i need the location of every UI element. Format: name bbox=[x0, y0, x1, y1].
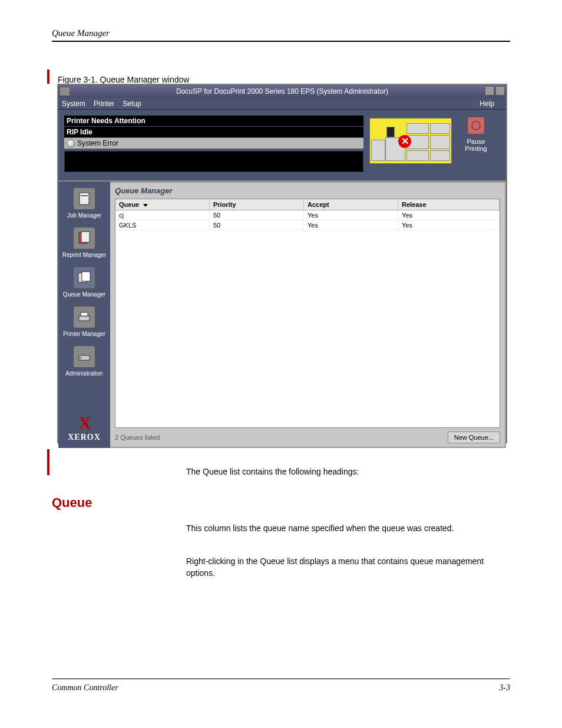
titlebar[interactable]: DocuSP for DocuPrint 2000 Series 180 EPS… bbox=[58, 85, 506, 98]
sidebar-item-printer-manager[interactable]: Printer Manager bbox=[61, 306, 108, 337]
sidebar-item-administration[interactable]: Administration bbox=[61, 345, 108, 377]
cell-queue: cj bbox=[115, 210, 210, 220]
table-header-row: Queue Priority Accept Release bbox=[115, 199, 500, 210]
cell-release: Yes bbox=[398, 220, 500, 230]
status-system-error-label: System Error bbox=[77, 139, 118, 147]
cell-queue: GKLS bbox=[115, 220, 210, 230]
sidebar-item-queue-manager[interactable]: Queue Manager bbox=[61, 266, 108, 298]
sidebar-label-admin: Administration bbox=[65, 370, 103, 377]
status-message-area bbox=[64, 151, 363, 172]
menu-system[interactable]: System bbox=[62, 100, 85, 108]
reprint-manager-icon bbox=[73, 227, 95, 249]
window-title: DocuSP for DocuPrint 2000 Series 180 EPS… bbox=[58, 87, 506, 95]
queue-count: 2 Queues listed bbox=[115, 434, 448, 441]
sidebar-item-reprint-manager[interactable]: Reprint Manager bbox=[61, 227, 108, 258]
cell-priority: 50 bbox=[210, 220, 304, 230]
maximize-icon[interactable] bbox=[495, 86, 505, 95]
table-row[interactable]: GKLS 50 Yes Yes bbox=[115, 220, 500, 230]
menubar: System Printer Setup Help bbox=[58, 98, 506, 110]
cell-priority: 50 bbox=[210, 210, 304, 220]
disc-icon bbox=[67, 139, 75, 147]
cell-accept: Yes bbox=[304, 220, 398, 230]
col-header-release[interactable]: Release bbox=[398, 199, 500, 210]
body-paragraph: The Queue list contains the following he… bbox=[186, 466, 492, 477]
sidebar-item-job-manager[interactable]: Job Manager bbox=[61, 187, 108, 219]
svg-rect-7 bbox=[81, 312, 88, 316]
queue-manager-icon bbox=[73, 266, 95, 289]
printer-error-icon: ✕ bbox=[398, 135, 411, 148]
footer-page-number: 3-3 bbox=[499, 683, 510, 693]
xerox-x-icon: X bbox=[68, 413, 101, 433]
svg-rect-5 bbox=[82, 272, 90, 281]
body-paragraph: This column lists the queue name specifi… bbox=[186, 522, 492, 534]
body-paragraph: Right-clicking in the Queue list display… bbox=[186, 555, 492, 579]
printer-mimic[interactable]: ✕ bbox=[369, 118, 452, 164]
printer-manager-icon bbox=[73, 306, 95, 328]
sort-arrow-icon bbox=[143, 204, 148, 207]
page-footer: Common Controller 3-3 bbox=[52, 678, 510, 693]
svg-rect-1 bbox=[81, 195, 88, 196]
footer-title: Common Controller bbox=[52, 683, 499, 693]
minimize-icon[interactable] bbox=[485, 86, 494, 95]
section-heading-queue: Queue bbox=[52, 495, 92, 510]
job-manager-icon bbox=[73, 187, 95, 210]
pause-label-2: Printing bbox=[455, 145, 497, 152]
sidebar: Job Manager Reprint Manager Queue Manage… bbox=[58, 182, 110, 448]
change-bar bbox=[47, 70, 49, 84]
status-printer: Printer Needs Attention bbox=[64, 116, 363, 126]
svg-rect-0 bbox=[80, 193, 89, 205]
svg-rect-9 bbox=[80, 357, 82, 359]
pause-printing-button[interactable] bbox=[467, 117, 485, 134]
menu-printer[interactable]: Printer bbox=[94, 100, 114, 108]
svg-rect-3 bbox=[81, 232, 90, 242]
sidebar-label-reprint: Reprint Manager bbox=[62, 252, 106, 258]
menu-help[interactable]: Help bbox=[480, 100, 494, 108]
status-system-error: System Error bbox=[64, 138, 363, 149]
xerox-text: XEROX bbox=[68, 433, 101, 442]
change-bar bbox=[47, 449, 49, 475]
status-rip: RIP Idle bbox=[64, 127, 363, 137]
menu-setup[interactable]: Setup bbox=[123, 100, 141, 108]
sidebar-label-printer: Printer Manager bbox=[63, 331, 105, 337]
figure-caption: Figure 3-1. Queue Manager window bbox=[58, 75, 189, 84]
pane-title: Queue Manager bbox=[110, 183, 505, 199]
sidebar-label-queue: Queue Manager bbox=[63, 291, 105, 298]
sidebar-label-job: Job Manager bbox=[67, 212, 101, 219]
xerox-logo: X XEROX bbox=[68, 413, 101, 442]
col-header-accept[interactable]: Accept bbox=[304, 199, 398, 210]
header-rule bbox=[52, 41, 510, 42]
pause-label-1: Pause bbox=[455, 138, 497, 145]
table-row[interactable]: cj 50 Yes Yes bbox=[115, 210, 500, 220]
administration-icon bbox=[73, 345, 95, 368]
new-queue-button[interactable]: New Queue... bbox=[448, 431, 500, 443]
col-header-queue-label: Queue bbox=[119, 201, 139, 208]
chapter-title: Queue Manager bbox=[52, 28, 510, 38]
app-window: DocuSP for DocuPrint 2000 Series 180 EPS… bbox=[57, 84, 507, 443]
svg-rect-6 bbox=[79, 316, 90, 321]
queue-table[interactable]: Queue Priority Accept Release cj 50 Yes … bbox=[115, 199, 500, 428]
content-pane: Queue Manager Queue Priority Accept Rele… bbox=[110, 182, 506, 448]
cell-release: Yes bbox=[398, 210, 500, 220]
cell-accept: Yes bbox=[304, 210, 398, 220]
col-header-queue[interactable]: Queue bbox=[115, 199, 210, 210]
status-area: Printer Needs Attention RIP Idle System … bbox=[58, 110, 506, 182]
col-header-priority[interactable]: Priority bbox=[210, 199, 304, 210]
